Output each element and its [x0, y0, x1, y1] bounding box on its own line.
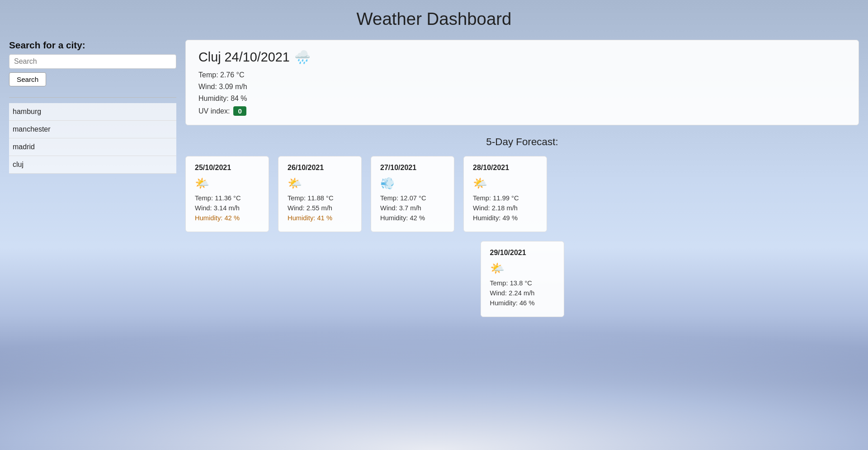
forecast-humidity-5: Humidity: 46 % — [490, 299, 555, 307]
forecast-card-day2: 26/10/2021 🌤️ Temp: 11.88 °C Wind: 2.55 … — [278, 156, 362, 232]
current-temp: Temp: 2.76 °C — [198, 71, 846, 79]
divider — [9, 97, 176, 98]
forecast-date-2: 26/10/2021 — [288, 164, 352, 172]
forecast-card-day4: 28/10/2021 🌤️ Temp: 11.99 °C Wind: 2.18 … — [463, 156, 547, 232]
forecast-card-day1: 25/10/2021 🌤️ Temp: 11.36 °C Wind: 3.14 … — [185, 156, 269, 232]
current-city-title: Cluj 24/10/2021 — [198, 50, 290, 65]
current-humidity: Humidity: 84 % — [198, 95, 846, 103]
forecast-temp-4: Temp: 11.99 °C — [473, 194, 538, 202]
city-list: hamburg manchester madrid cluj — [9, 103, 176, 174]
forecast-temp-1: Temp: 11.36 °C — [195, 194, 259, 202]
forecast-wind-4: Wind: 2.18 m/h — [473, 204, 538, 212]
forecast-humidity-4: Humidity: 49 % — [473, 214, 538, 222]
forecast-section: 5-Day Forecast: 25/10/2021 🌤️ Temp: 11.3… — [185, 136, 859, 317]
search-input[interactable] — [9, 54, 176, 69]
main-content: Cluj 24/10/2021 🌧️ Temp: 2.76 °C Wind: 3… — [185, 40, 859, 317]
current-weather-card: Cluj 24/10/2021 🌧️ Temp: 2.76 °C Wind: 3… — [185, 40, 859, 125]
forecast-wind-3: Wind: 3.7 m/h — [380, 204, 445, 212]
forecast-humidity-2: Humidity: 41 % — [288, 214, 352, 222]
forecast-date-3: 27/10/2021 — [380, 164, 445, 172]
uv-label: UV index: — [198, 107, 230, 115]
forecast-humidity-3: Humidity: 42 % — [380, 214, 445, 222]
forecast-temp-5: Temp: 13.8 °C — [490, 279, 555, 287]
current-city-header: Cluj 24/10/2021 🌧️ — [198, 49, 846, 65]
forecast-icon-3: 💨 — [380, 176, 445, 190]
sidebar: Search for a city: Search hamburg manche… — [9, 40, 176, 174]
list-item[interactable]: hamburg — [9, 103, 176, 121]
forecast-wind-5: Wind: 2.24 m/h — [490, 289, 555, 297]
current-weather-icon: 🌧️ — [294, 49, 311, 65]
forecast-title: 5-Day Forecast: — [185, 136, 859, 148]
forecast-wind-1: Wind: 3.14 m/h — [195, 204, 259, 212]
forecast-temp-3: Temp: 12.07 °C — [380, 194, 445, 202]
list-item[interactable]: manchester — [9, 121, 176, 138]
uv-badge: 0 — [233, 106, 246, 116]
page-title: Weather Dashboard — [9, 9, 859, 29]
forecast-icon-5: 🌤️ — [490, 261, 555, 275]
search-label: Search for a city: — [9, 40, 176, 51]
forecast-icon-1: 🌤️ — [195, 176, 259, 190]
search-button[interactable]: Search — [9, 72, 46, 86]
forecast-temp-2: Temp: 11.88 °C — [288, 194, 352, 202]
forecast-date-4: 28/10/2021 — [473, 164, 538, 172]
forecast-date-1: 25/10/2021 — [195, 164, 259, 172]
forecast-date-5: 29/10/2021 — [490, 249, 555, 257]
forecast-row-bottom: 29/10/2021 🌤️ Temp: 13.8 °C Wind: 2.24 m… — [185, 241, 859, 317]
forecast-card-day3: 27/10/2021 💨 Temp: 12.07 °C Wind: 3.7 m/… — [371, 156, 454, 232]
forecast-card-day5: 29/10/2021 🌤️ Temp: 13.8 °C Wind: 2.24 m… — [481, 241, 564, 317]
forecast-wind-2: Wind: 2.55 m/h — [288, 204, 352, 212]
forecast-icon-4: 🌤️ — [473, 176, 538, 190]
forecast-icon-2: 🌤️ — [288, 176, 352, 190]
current-wind: Wind: 3.09 m/h — [198, 83, 846, 91]
forecast-row-top: 25/10/2021 🌤️ Temp: 11.36 °C Wind: 3.14 … — [185, 156, 859, 232]
list-item[interactable]: madrid — [9, 138, 176, 156]
list-item[interactable]: cluj — [9, 156, 176, 174]
uv-row: UV index: 0 — [198, 106, 846, 116]
forecast-humidity-1: Humidity: 42 % — [195, 214, 259, 222]
